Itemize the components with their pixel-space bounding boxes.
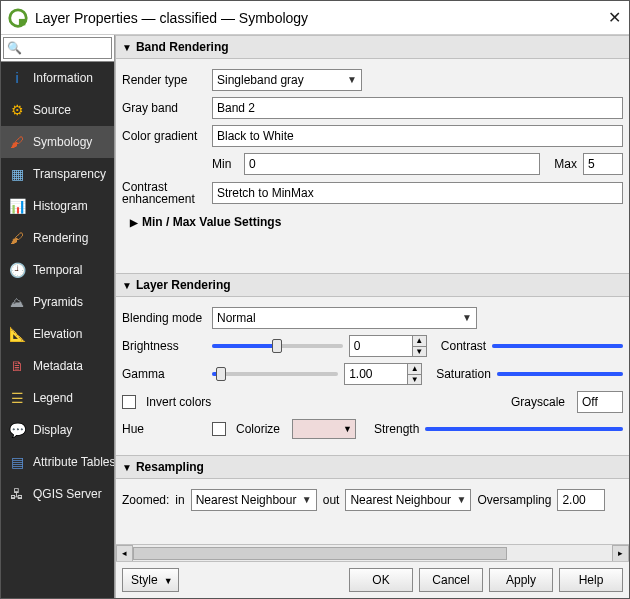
sidebar-nav: iInformation⚙Source🖌Symbology▦Transparen… <box>1 62 114 598</box>
cancel-button[interactable]: Cancel <box>419 568 483 592</box>
sidebar-item-metadata[interactable]: 🗎Metadata <box>1 350 114 382</box>
gamma-spin[interactable]: ▲▼ <box>344 363 422 385</box>
sidebar: 🔍 iInformation⚙Source🖌Symbology▦Transpar… <box>1 35 115 598</box>
contrast-enh-value: Stretch to MinMax <box>217 186 314 200</box>
sidebar-item-attribute-tables[interactable]: ▤Attribute Tables <box>1 446 114 478</box>
sidebar-item-rendering[interactable]: 🖌Rendering <box>1 222 114 254</box>
sidebar-item-display[interactable]: 💬Display <box>1 414 114 446</box>
max-input[interactable] <box>583 153 623 175</box>
scroll-left-button[interactable]: ◂ <box>116 545 133 562</box>
contrast-label: Contrast <box>441 339 486 353</box>
information-icon: i <box>7 68 27 88</box>
blending-mode-label: Blending mode <box>122 311 206 325</box>
sidebar-item-qgis-server[interactable]: 🖧QGIS Server <box>1 478 114 510</box>
color-gradient-label: Color gradient <box>122 129 206 143</box>
temporal-icon: 🕘 <box>7 260 27 280</box>
gray-band-dropdown[interactable]: Band 2 <box>212 97 623 119</box>
sidebar-item-label: Display <box>33 423 72 437</box>
section-layer-rendering[interactable]: ▼ Layer Rendering <box>116 273 629 297</box>
content: ▼ Band Rendering Render type Singleband … <box>116 35 629 527</box>
minmax-settings-expander[interactable]: ▶ Min / Max Value Settings <box>122 211 623 231</box>
grayscale-dropdown[interactable]: Off <box>577 391 623 413</box>
colorize-color-button[interactable]: ▼ <box>292 419 356 439</box>
min-input[interactable] <box>244 153 540 175</box>
style-menu-button[interactable]: Style ▼ <box>122 568 179 592</box>
section-band-rendering[interactable]: ▼ Band Rendering <box>116 35 629 59</box>
sidebar-item-source[interactable]: ⚙Source <box>1 94 114 126</box>
zoomed-out-dropdown[interactable]: Nearest Neighbour ▼ <box>345 489 471 511</box>
close-button[interactable]: ✕ <box>608 8 621 27</box>
sidebar-item-label: Attribute Tables <box>33 455 114 469</box>
brightness-spin[interactable]: ▲▼ <box>349 335 427 357</box>
blending-mode-value: Normal <box>217 311 256 325</box>
chevron-down-icon: ▼ <box>122 462 132 473</box>
saturation-label: Saturation <box>436 367 491 381</box>
spin-up[interactable]: ▲ <box>413 336 426 347</box>
band-rendering-body: Render type Singleband gray ▼ Gray band … <box>116 59 629 241</box>
sidebar-item-information[interactable]: iInformation <box>1 62 114 94</box>
scroll-thumb[interactable] <box>133 547 507 560</box>
chevron-down-icon: ▼ <box>462 312 472 323</box>
saturation-slider[interactable] <box>497 365 623 383</box>
legend-icon: ☰ <box>7 388 27 408</box>
zoomed-in-dropdown[interactable]: Nearest Neighbour ▼ <box>191 489 317 511</box>
elevation-icon: 📐 <box>7 324 27 344</box>
sidebar-item-label: Legend <box>33 391 73 405</box>
window-title: Layer Properties — classified — Symbolog… <box>29 10 608 26</box>
gamma-label: Gamma <box>122 367 206 381</box>
brightness-slider[interactable] <box>212 337 343 355</box>
contrast-enh-dropdown[interactable]: Stretch to MinMax <box>212 182 623 204</box>
layer-rendering-body: Blending mode Normal ▼ Brightness <box>116 297 629 455</box>
spin-down[interactable]: ▼ <box>413 347 426 357</box>
section-layer-rendering-title: Layer Rendering <box>136 278 231 292</box>
sidebar-item-label: Histogram <box>33 199 88 213</box>
section-resampling[interactable]: ▼ Resampling <box>116 455 629 479</box>
render-type-dropdown[interactable]: Singleband gray ▼ <box>212 69 362 91</box>
colorize-checkbox[interactable] <box>212 422 226 436</box>
apply-button[interactable]: Apply <box>489 568 553 592</box>
spin-up[interactable]: ▲ <box>408 364 421 375</box>
scroll-track[interactable] <box>133 546 612 561</box>
strength-slider[interactable] <box>425 420 623 438</box>
sidebar-item-pyramids[interactable]: ⛰Pyramids <box>1 286 114 318</box>
color-gradient-value: Black to White <box>217 129 294 143</box>
sidebar-search-input[interactable] <box>3 37 112 59</box>
colorize-label: Colorize <box>236 422 280 436</box>
brightness-label: Brightness <box>122 339 206 353</box>
style-menu-label: Style <box>131 573 158 587</box>
sidebar-item-label: Metadata <box>33 359 83 373</box>
sidebar-item-legend[interactable]: ☰Legend <box>1 382 114 414</box>
sidebar-search-wrap: 🔍 <box>1 35 114 62</box>
chevron-down-icon: ▼ <box>343 424 352 434</box>
zoomed-in-value: Nearest Neighbour <box>196 493 297 507</box>
sidebar-item-label: QGIS Server <box>33 487 102 501</box>
contrast-slider[interactable] <box>492 337 623 355</box>
sidebar-item-temporal[interactable]: 🕘Temporal <box>1 254 114 286</box>
blending-mode-dropdown[interactable]: Normal ▼ <box>212 307 477 329</box>
scroll-right-button[interactable]: ▸ <box>612 545 629 562</box>
ok-button[interactable]: OK <box>349 568 413 592</box>
sidebar-item-transparency[interactable]: ▦Transparency <box>1 158 114 190</box>
invert-colors-checkbox[interactable] <box>122 395 136 409</box>
chevron-down-icon: ▼ <box>456 494 466 505</box>
render-type-value: Singleband gray <box>217 73 304 87</box>
oversampling-spin[interactable] <box>557 489 605 511</box>
sidebar-item-elevation[interactable]: 📐Elevation <box>1 318 114 350</box>
horizontal-scrollbar[interactable]: ◂ ▸ <box>116 544 629 561</box>
histogram-icon: 📊 <box>7 196 27 216</box>
help-button[interactable]: Help <box>559 568 623 592</box>
contrast-enh-label: Contrast enhancement <box>122 181 206 205</box>
titlebar: Layer Properties — classified — Symbolog… <box>1 1 629 35</box>
hue-label: Hue <box>122 422 206 436</box>
gamma-slider[interactable] <box>212 365 338 383</box>
sidebar-item-label: Information <box>33 71 93 85</box>
sidebar-item-histogram[interactable]: 📊Histogram <box>1 190 114 222</box>
color-gradient-dropdown[interactable]: Black to White <box>212 125 623 147</box>
spin-down[interactable]: ▼ <box>408 375 421 385</box>
section-resampling-title: Resampling <box>136 460 204 474</box>
sidebar-item-label: Rendering <box>33 231 88 245</box>
transparency-icon: ▦ <box>7 164 27 184</box>
sidebar-item-symbology[interactable]: 🖌Symbology <box>1 126 114 158</box>
zoomed-in-label: in <box>175 493 184 507</box>
gray-band-label: Gray band <box>122 101 206 115</box>
